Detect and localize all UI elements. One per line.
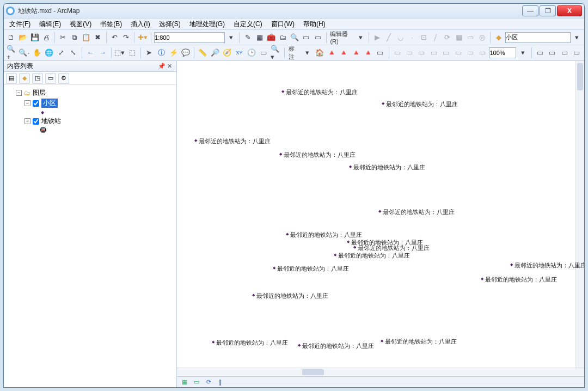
print-icon[interactable]: 🖨 [41,32,51,44]
save-icon[interactable]: 💾 [29,32,40,44]
menu-edit[interactable]: 编辑(E) [37,19,63,30]
redo-icon[interactable]: ↷ [121,32,131,44]
close-button[interactable]: X [557,5,582,16]
back-icon[interactable]: ← [85,47,96,59]
data-view-icon[interactable]: ▦ [180,378,189,386]
layer-checkbox[interactable] [33,100,39,107]
collapse-icon[interactable]: − [24,100,30,106]
map-canvas[interactable]: 最邻近的地铁站为：八里庄最邻近的地铁站为：八里庄最邻近的地铁站为：八里庄最邻近的… [177,61,584,368]
fixed-zoom-in-icon[interactable]: ⤢ [56,47,66,59]
menu-bookmark[interactable]: 书签(B) [98,19,124,30]
editor-dropdown-icon[interactable]: ▾ [356,32,366,44]
layout-view-icon[interactable]: ▭ [192,378,201,386]
pointer-icon[interactable]: ➤ [144,47,155,59]
full-extent-icon[interactable]: 🌐 [44,47,54,59]
edit-line-icon[interactable]: ╱ [383,32,394,44]
menu-customize[interactable]: 自定义(C) [231,19,265,30]
refresh-icon[interactable]: ⟳ [204,378,213,386]
open-icon[interactable]: 📂 [17,32,28,44]
annot-tool2-icon[interactable]: 🔺 [338,47,349,59]
zoom-pct-input[interactable] [489,47,516,58]
menu-file[interactable]: 文件(F) [7,19,33,30]
edit-target-icon[interactable]: ◎ [477,32,487,44]
layout2-icon[interactable]: ▭ [547,47,558,59]
list-by-drawing-icon[interactable]: ▤ [6,73,17,84]
collapse-icon[interactable]: − [16,90,22,96]
clear-selection-icon[interactable]: ⬚ [126,47,137,59]
layout3-icon[interactable]: ▭ [559,47,570,59]
pan-icon[interactable]: ✋ [31,47,42,59]
layout4-icon[interactable]: ▭ [571,47,582,59]
minimize-button[interactable]: — [522,5,538,16]
edit-split-icon[interactable]: ⧸ [430,32,440,44]
layout1-icon[interactable]: ▭ [535,47,546,59]
zoom-out-icon[interactable]: 🔍- [18,47,30,59]
edit-arc-icon[interactable]: ◡ [395,32,406,44]
annot-tool5-icon[interactable]: ▭ [375,47,385,59]
vertical-scrollbar[interactable] [575,61,584,368]
catalog-icon[interactable]: 🗂 [278,32,288,44]
html-popup-icon[interactable]: 💬 [180,47,191,59]
annotation-label[interactable]: 标注 [287,45,301,61]
georef3-icon[interactable]: ▭ [416,47,427,59]
identify-icon[interactable]: ⓘ [156,47,167,59]
undo-icon[interactable]: ↶ [109,32,119,44]
pause-icon[interactable]: ‖ [216,378,225,386]
measure-icon[interactable]: 📏 [197,47,208,59]
layer-xiaoqu[interactable]: − 小区 [24,99,173,108]
toolbox-icon[interactable]: 🧰 [266,32,276,44]
menu-insert[interactable]: 插入(I) [128,19,152,30]
annot-tool1-icon[interactable]: 🔺 [326,47,337,59]
copy-icon[interactable]: ⧉ [69,32,79,44]
georef8-icon[interactable]: ▭ [477,47,488,59]
menu-window[interactable]: 窗口(W) [269,19,297,30]
find-route-icon[interactable]: 🧭 [222,47,232,59]
model-icon[interactable]: ▭ [313,32,323,44]
search-icon[interactable]: 🔍 [289,32,299,44]
menu-view[interactable]: 视图(V) [68,19,94,30]
edit-vertex-icon[interactable]: ⊡ [419,32,429,44]
delete-icon[interactable]: ✖ [93,32,103,44]
editor-label[interactable]: 编辑器(R) [329,30,354,45]
layer-checkbox[interactable] [33,118,39,125]
list-by-visibility-icon[interactable]: ◳ [32,73,43,84]
scale-input[interactable] [154,32,225,43]
edit-attr-icon[interactable]: ▦ [454,32,464,44]
editor-toolbar-icon[interactable]: ✎ [242,32,253,44]
fixed-zoom-out-icon[interactable]: ⤡ [68,47,79,59]
hyperlink-icon[interactable]: ⚡ [168,47,179,59]
georef4-icon[interactable]: ▭ [428,47,439,59]
list-by-source-icon[interactable]: ◆ [19,73,30,84]
zoom-in-icon[interactable]: 🔍+ [6,47,17,59]
edit-tool-icon[interactable]: ▶ [372,32,382,44]
georef6-icon[interactable]: ▭ [452,47,463,59]
menu-geoproc[interactable]: 地理处理(G) [187,19,227,30]
options-icon[interactable]: ⚙ [58,73,69,84]
toc-close-icon[interactable]: ✕ [166,63,173,70]
scale-dropdown-icon[interactable]: ▾ [226,32,236,44]
python-icon[interactable]: ▭ [301,32,311,44]
annot-home-icon[interactable]: 🏠 [314,47,324,59]
layer-ditiezhan[interactable]: − 地铁站 [24,117,173,126]
georef1-icon[interactable]: ▭ [391,47,402,59]
layer-combo-icon[interactable]: ◆ [493,32,504,44]
georef7-icon[interactable]: ▭ [465,47,476,59]
georef2-icon[interactable]: ▭ [404,47,415,59]
edit-rotate-icon[interactable]: ⟳ [442,32,452,44]
table-icon[interactable]: ▦ [254,32,265,44]
list-by-selection-icon[interactable]: ▭ [45,73,56,84]
maximize-button[interactable]: ❐ [540,5,556,16]
zoompct-dropdown-icon[interactable]: ▾ [517,47,528,59]
edit-sketch-icon[interactable]: ▭ [465,32,475,44]
horizontal-scrollbar[interactable] [177,368,584,376]
time-slider-icon[interactable]: 🕒 [246,47,257,59]
edit-point-icon[interactable]: · [407,32,417,44]
viewer-icon[interactable]: ▭ [258,47,269,59]
goto-xy-icon[interactable]: XY [234,47,244,59]
tree-root[interactable]: − 🗂 图层 [16,88,173,97]
select-features-icon[interactable]: ⬚▾ [114,47,125,59]
magnifier-icon[interactable]: 🔍▾ [270,47,281,59]
layer-select[interactable] [505,32,571,43]
scrollbar-thumb[interactable] [302,369,324,375]
cut-icon[interactable]: ✂ [58,32,68,44]
